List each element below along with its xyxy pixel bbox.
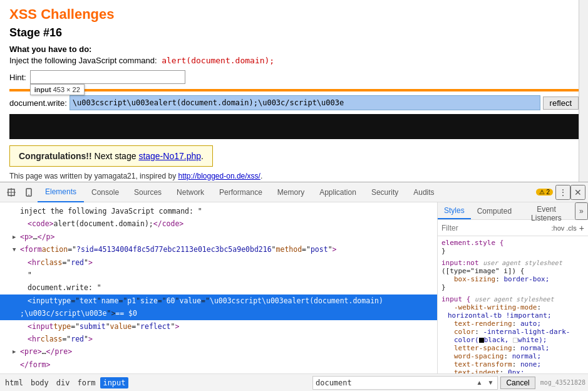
black-bar — [9, 114, 579, 139]
styles-filter-input[interactable] — [441, 224, 551, 232]
tab-performance[interactable]: Performance — [212, 182, 270, 202]
stage-title: Stage #16 — [9, 26, 579, 39]
el-line: document.write: " — [0, 281, 437, 294]
congrats-box: Congratulations!! Next stage stage-No17.… — [9, 145, 213, 167]
console-input-wrapper: ▲ ▼ — [312, 376, 498, 390]
style-rule-input: input { user agent stylesheet -webkit-wr… — [441, 295, 584, 373]
tab-sources[interactable]: Sources — [126, 182, 169, 202]
tab-computed[interactable]: Computed — [471, 202, 518, 219]
el-line: </form> — [0, 358, 437, 371]
devtools-toolbar: Elements Console Sources Network Perform… — [0, 182, 588, 202]
el-line-selected-cont[interactable]: ;\u003c/script\u003e"> == $0 — [0, 307, 437, 320]
svg-point-4 — [28, 194, 29, 196]
more-options-btn[interactable]: ⋮ — [555, 185, 570, 200]
hint-input-wrapper: input 453 × 22 — [30, 70, 185, 84]
style-rule-element: element.style { } — [441, 239, 584, 255]
coordinates: mog_43521828 — [540, 379, 585, 386]
el-line[interactable]: ▼ <form action="?sid=45134004f8c5d77ebc2… — [0, 243, 437, 256]
elements-panel[interactable]: inject the following JavaScript command:… — [0, 202, 438, 373]
page-title: XSS Challenges — [9, 6, 579, 23]
styles-tabs: Styles Computed Event Listeners » — [438, 202, 588, 220]
breadcrumb-html[interactable]: html — [3, 377, 26, 388]
tab-application[interactable]: Application — [312, 182, 364, 202]
breadcrumb-input[interactable]: input — [100, 377, 128, 388]
devtools-bottom: html body div form input ▲ ▼ Cancel mog_… — [0, 373, 588, 391]
input-tooltip: input 453 × 22 — [30, 84, 85, 95]
inject-line: Inject the following JavaScript command:… — [9, 56, 579, 65]
footer-text: This page was written by yamagata21, ins… — [9, 172, 579, 180]
el-line-selected[interactable]: <input type="text" name="p1" size="60" v… — [0, 295, 437, 307]
nav-down-btn[interactable]: ▼ — [487, 379, 495, 386]
tab-styles[interactable]: Styles — [438, 202, 471, 219]
cancel-button[interactable]: Cancel — [500, 377, 535, 389]
styles-filter-row: :hov .cls + — [438, 220, 588, 236]
footer-link[interactable]: http://blogged-on.de/xss/ — [178, 172, 260, 180]
reflect-button[interactable]: reflect — [543, 96, 579, 110]
tab-console[interactable]: Console — [84, 182, 126, 202]
styles-content: element.style { } input:not user agent s… — [438, 236, 588, 373]
breadcrumb-body[interactable]: body — [28, 377, 51, 388]
el-line: " — [0, 269, 437, 281]
hint-input[interactable] — [30, 70, 185, 84]
docwrite-row: document.write: reflect — [9, 95, 579, 110]
hint-area: Hint: input 453 × 22 — [9, 70, 579, 84]
inspect-icon-btn[interactable] — [3, 184, 20, 201]
nav-up-btn[interactable]: ▲ — [475, 379, 484, 386]
orange-bar — [9, 89, 579, 91]
tab-security[interactable]: Security — [364, 182, 406, 202]
device-icon-btn[interactable] — [20, 184, 38, 201]
filter-pseudo[interactable]: :hov .cls — [551, 224, 576, 232]
tooltip-tag: input — [34, 86, 51, 93]
devtools-main: inject the following JavaScript command:… — [0, 202, 588, 373]
el-line: <hr class="red"> — [0, 256, 437, 269]
el-line: ▶ <pre>…</pre> — [0, 345, 437, 358]
tab-event-listeners[interactable]: Event Listeners — [518, 202, 575, 219]
style-rule-input-not: input:not user agent stylesheet ([type="… — [441, 259, 584, 291]
devtools-panel: Elements Console Sources Network Perform… — [0, 182, 588, 391]
el-line: <input type="submit" value="reflect" > — [0, 320, 437, 333]
breadcrumb-form[interactable]: form — [75, 377, 98, 388]
style-selector: element.style { — [441, 239, 584, 247]
docwrite-input[interactable] — [70, 95, 540, 110]
tab-audits[interactable]: Audits — [406, 182, 441, 202]
el-line: inject the following JavaScript command:… — [0, 205, 437, 217]
close-devtools-btn[interactable]: ✕ — [570, 185, 585, 200]
el-line: <hr class="red"> — [0, 333, 437, 345]
styles-expand-btn[interactable]: » — [575, 202, 588, 220]
el-line: ▶ <p>…</p> — [0, 231, 437, 243]
what-label: What you have to do: — [9, 44, 579, 54]
styles-panel: Styles Computed Event Listeners » :hov .… — [438, 202, 588, 373]
tab-memory[interactable]: Memory — [270, 182, 312, 202]
el-line: <code>alert(document.domain);</code> — [0, 217, 437, 230]
tab-network[interactable]: Network — [169, 182, 212, 202]
warning-badge: ⚠ 2 — [536, 189, 553, 196]
filter-add-btn[interactable]: + — [579, 223, 584, 233]
next-stage-link[interactable]: stage-No17.php — [138, 151, 201, 161]
tooltip-size: 453 × 22 — [53, 86, 80, 93]
breadcrumb-div[interactable]: div — [54, 377, 73, 388]
console-input[interactable] — [316, 378, 473, 387]
page-area: XSS Challenges Stage #16 What you have t… — [0, 0, 588, 182]
page-scrollbar[interactable] — [579, 0, 588, 182]
tab-elements[interactable]: Elements — [38, 182, 84, 202]
